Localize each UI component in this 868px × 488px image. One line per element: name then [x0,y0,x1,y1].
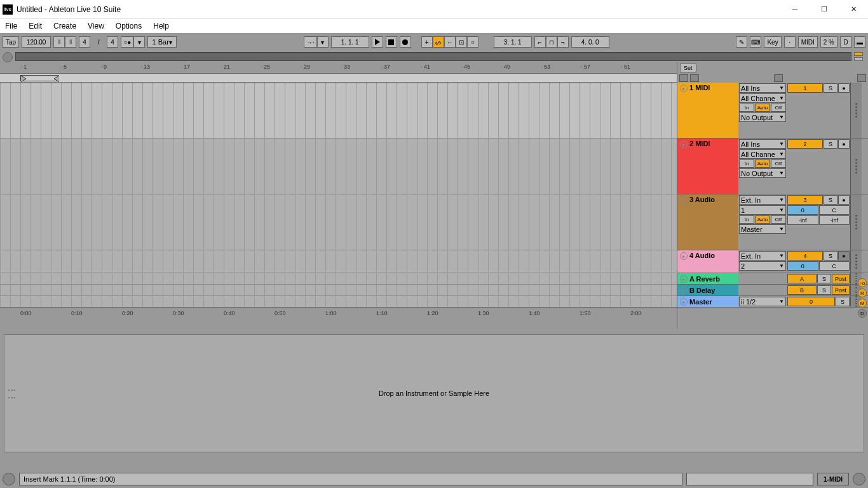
menu-view[interactable]: View [88,22,104,30]
menu-file[interactable]: File [5,22,17,30]
follow-icon[interactable]: →· [304,36,317,48]
monitor-off-button[interactable]: Off [771,104,786,112]
send-value[interactable]: C [819,205,850,215]
nudge-down-icon[interactable]: ⦀ [53,36,65,48]
session-record-button[interactable]: ○ [467,36,478,48]
send-knob[interactable]: 0 [787,261,818,271]
arrangement-timeline[interactable]: · 1· 5· 9· 13· 17· 21· 25· 29· 33· 37· 4… [0,62,677,329]
solo-button[interactable]: S [824,83,837,93]
midi-map-button[interactable]: MIDI [798,36,818,48]
follow-dropdown-icon[interactable]: ▾ [317,36,329,48]
menu-help[interactable]: Help [153,22,169,30]
input-channel-selector[interactable]: All Channe▼ [739,149,786,159]
detail-view-toggle[interactable] [3,473,15,485]
arm-button[interactable]: ● [838,195,850,205]
input-channel-selector[interactable]: ii 1/2▼ [739,297,786,306]
back-to-arrangement-icon[interactable] [679,74,688,82]
menu-create[interactable]: Create [53,22,76,30]
track-activator-button[interactable]: B [787,285,817,295]
volume-value[interactable]: -inf [819,215,850,225]
monitor-auto-button[interactable]: Auto [755,104,770,112]
track-activator-button[interactable]: 2 [787,139,823,149]
track-fold-icon[interactable]: ▸ [680,252,688,260]
arrangement-position[interactable]: 1. 1. 1 [331,36,369,48]
loop-switch-icon[interactable]: ⊓ [546,36,557,48]
track-fold-icon[interactable]: ▸ [680,85,688,92]
arm-button[interactable]: ● [838,251,850,261]
track-header[interactable]: ▸2 MIDI [677,139,738,194]
input-type-selector[interactable]: All Ins▼ [739,83,786,93]
track-activator-button[interactable]: A [787,274,817,283]
input-type-selector[interactable]: All Ins▼ [739,139,786,149]
disk-overload-indicator[interactable]: D [840,36,851,48]
time-sig-numerator[interactable]: 4 [79,36,90,48]
return-section-toggle[interactable]: R [858,288,867,297]
overdub-button[interactable]: + [421,36,433,48]
monitor-auto-button[interactable]: Auto [755,159,770,168]
track-header[interactable]: ▸B Delay [677,285,738,295]
track-header[interactable]: ▸3 Audio [677,194,738,250]
monitor-off-button[interactable]: Off [771,215,786,224]
overview-strip[interactable] [15,52,851,61]
post-button[interactable]: Post [832,285,850,295]
stop-button[interactable] [386,36,397,48]
solo-button[interactable]: S [817,285,831,295]
track-activator-button[interactable]: 0 [787,297,835,306]
clip-view-toggle[interactable] [853,473,865,485]
output-selector[interactable]: No Output▼ [739,112,786,122]
monitor-auto-button[interactable]: Auto [755,215,770,224]
nudge-up-icon[interactable]: ⦀ [65,36,76,48]
post-button[interactable]: Post [832,274,850,283]
window-maximize-button[interactable]: ☐ [810,0,839,19]
automation-arm-button[interactable]: ᔕ [433,36,444,48]
arm-button[interactable]: ● [838,83,850,93]
track-header[interactable]: ▸Master [677,296,738,307]
monitor-in-button[interactable]: In [739,159,754,168]
monitor-in-button[interactable]: In [739,104,754,112]
draw-mode-button[interactable]: ✎ [736,36,747,48]
loop-brace-area[interactable] [0,74,677,83]
solo-button[interactable]: S [824,251,837,261]
track-header[interactable]: ▸A Reverb [677,273,738,284]
monitor-off-button[interactable]: Off [771,159,786,168]
input-channel-selector[interactable]: All Channe▼ [739,93,786,103]
send-value[interactable]: C [819,261,850,271]
metronome-icon[interactable]: ○● [121,36,133,48]
track-fold-icon[interactable]: ▸ [680,275,688,283]
computer-midi-button[interactable]: ⌨ [750,36,761,48]
mixer-section-toggle[interactable]: M [858,299,867,308]
device-drop-area[interactable]: ⋮⋮ Drop an Instrument or Sample Here [4,334,864,452]
track-activator-button[interactable]: 1 [787,83,823,93]
set-button[interactable]: Set [680,64,696,72]
loop-start-field[interactable]: 3. 1. 1 [494,36,532,48]
track-fold-icon[interactable]: ▸ [680,287,688,294]
browser-toggle-icon[interactable] [3,52,13,62]
automation-mode-icon[interactable] [774,74,783,82]
send-knob[interactable]: 0 [787,205,818,215]
track-fold-icon[interactable]: ▸ [680,140,688,148]
key-map-button[interactable]: Key [764,36,781,48]
input-type-selector[interactable]: Ext. In▼ [739,251,786,261]
loop-marker[interactable] [20,75,58,81]
input-type-selector[interactable]: Ext. In▼ [739,195,786,205]
arrangement-view-button[interactable] [854,57,863,61]
track-header[interactable]: ▸4 Audio [677,250,738,273]
play-button[interactable] [372,36,383,48]
quantize-selector[interactable]: 1 Bar ▾ [147,36,177,48]
solo-button[interactable]: S [824,139,837,149]
window-minimize-button[interactable]: ─ [780,0,810,19]
track-activator-button[interactable]: 4 [787,251,823,261]
solo-button[interactable]: S [836,297,850,306]
punch-out-icon[interactable]: ¬ [557,36,569,48]
tempo-field[interactable]: 120.00 [22,36,51,48]
tap-tempo-button[interactable]: Tap [3,36,19,48]
punch-in-icon[interactable]: ⌐ [534,36,546,48]
track-activator-button[interactable]: 3 [787,195,823,205]
output-selector[interactable]: Master▼ [739,224,786,234]
session-view-button[interactable] [854,52,863,56]
input-channel-selector[interactable]: 1▼ [739,205,786,215]
device-area-handle[interactable]: ⋮⋮ [7,386,17,401]
beat-ruler[interactable]: · 1· 5· 9· 13· 17· 21· 25· 29· 33· 37· 4… [0,62,677,74]
solo-button[interactable]: S [817,274,831,283]
loop-length-field[interactable]: 4. 0. 0 [571,36,609,48]
